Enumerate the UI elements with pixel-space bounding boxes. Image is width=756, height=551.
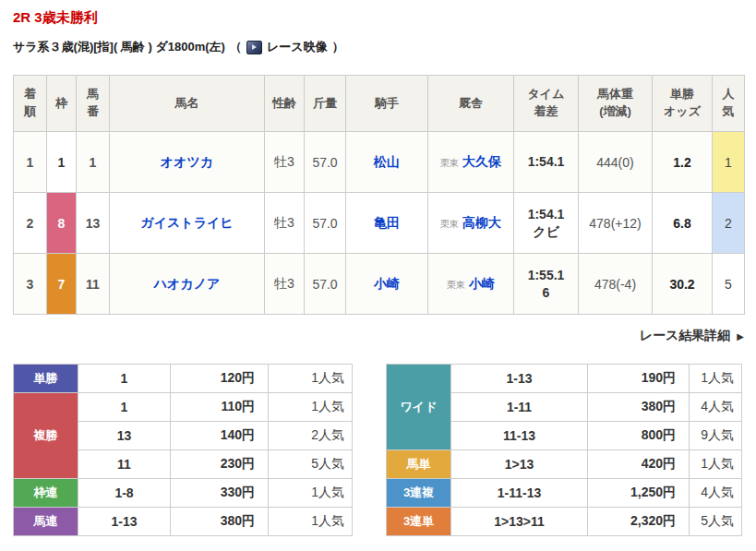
- header-weight: 斤量: [305, 76, 346, 132]
- header-time-margin: タイム着差: [514, 76, 579, 132]
- payout-amount: 140円: [171, 422, 269, 450]
- payout-combination: 1>13>11: [451, 508, 588, 536]
- body-weight-cell: 444(0): [579, 132, 653, 193]
- jockey-cell: 小崎: [346, 254, 428, 315]
- payout-combination: 1-13: [78, 508, 171, 536]
- payout-combination: 1-11-13: [451, 479, 588, 508]
- race-conditions-text: サラ系３歳(混)[指]( 馬齢 ) ダ1800m(左): [13, 39, 225, 55]
- payout-table-left: 単勝 1 120円 1人気 複勝 1 110円 1人気 13 140円 2人気 …: [13, 364, 353, 536]
- trainer-link[interactable]: 小崎: [469, 276, 495, 291]
- video-play-icon[interactable]: [246, 41, 262, 54]
- payout-amount: 330円: [171, 479, 269, 508]
- payout-amount: 380円: [171, 508, 269, 536]
- payout-amount: 380円: [588, 393, 690, 422]
- payout-row: 複勝 1 110円 1人気: [14, 393, 353, 422]
- body-weight-cell: 478(+12): [579, 193, 653, 254]
- payout-type-label: ワイド: [387, 365, 451, 450]
- payout-popularity: 1人気: [690, 450, 742, 479]
- frame-cell: 1: [47, 132, 77, 193]
- jockey-link[interactable]: 亀田: [374, 215, 400, 230]
- payout-type-label: 馬連: [14, 508, 78, 536]
- header-sex-age: 性齢: [265, 76, 305, 132]
- jockey-cell: 亀田: [346, 193, 428, 254]
- stable-cell: 栗東大久保: [428, 132, 514, 193]
- play-triangle-icon: [252, 44, 257, 50]
- weight-cell: 57.0: [305, 193, 346, 254]
- horse-name-link[interactable]: ハオカノア: [154, 276, 221, 291]
- detail-link-row: レース結果詳細 ▶: [13, 327, 744, 343]
- finish-position-cell: 3: [14, 254, 47, 315]
- jockey-cell: 松山: [346, 132, 428, 193]
- header-popularity: 人気: [713, 76, 745, 132]
- payout-row: ワイド 1-13 190円 1人気: [387, 365, 742, 393]
- payout-popularity: 1人気: [269, 508, 353, 536]
- jockey-link[interactable]: 小崎: [374, 276, 400, 291]
- race-result-detail-link[interactable]: レース結果詳細 ▶: [640, 328, 744, 344]
- body-weight-cell: 478(-4): [579, 254, 653, 315]
- payout-popularity: 1人気: [269, 365, 353, 393]
- payout-combination: 1-13: [451, 365, 588, 393]
- payout-section: 単勝 1 120円 1人気 複勝 1 110円 1人気 13 140円 2人気 …: [13, 364, 743, 536]
- region-label: 栗東: [447, 280, 465, 290]
- horse-name-link[interactable]: ガイストライヒ: [140, 215, 233, 230]
- payout-amount: 420円: [588, 450, 690, 479]
- stable-cell: 栗東高柳大: [428, 193, 514, 254]
- arrow-right-icon: ▶: [737, 331, 744, 341]
- time-margin-cell: 1:54.1クビ: [514, 193, 579, 254]
- page-title: 2R 3歳未勝利: [13, 9, 743, 27]
- header-horse-number: 馬番: [77, 76, 110, 132]
- payout-popularity: 5人気: [269, 450, 353, 479]
- horse-name-cell: ガイストライヒ: [110, 193, 265, 254]
- payout-type-label: 3連複: [387, 479, 451, 508]
- sex-age-cell: 牡3: [265, 132, 305, 193]
- odds-cell: 6.8: [653, 193, 713, 254]
- payout-row: 3連単 1>13>11 2,320円 5人気: [387, 508, 742, 536]
- horse-name-cell: ハオカノア: [110, 254, 265, 315]
- payout-popularity: 2人気: [269, 422, 353, 450]
- race-video-link[interactable]: レース映像: [267, 39, 328, 55]
- odds-cell: 1.2: [653, 132, 713, 193]
- paren-open: （: [230, 39, 242, 55]
- header-finish-position: 着順: [14, 76, 47, 132]
- weight-cell: 57.0: [305, 132, 346, 193]
- payout-popularity: 1人気: [269, 393, 353, 422]
- finish-position-cell: 1: [14, 132, 47, 193]
- payout-amount: 230円: [171, 450, 269, 479]
- popularity-cell: 1: [713, 132, 745, 193]
- payout-popularity: 1人気: [690, 365, 742, 393]
- payout-combination: 11: [78, 450, 171, 479]
- payout-row: 3連複 1-11-13 1,250円 4人気: [387, 479, 742, 508]
- payout-type-label: 単勝: [14, 365, 78, 393]
- payout-combination: 13: [78, 422, 171, 450]
- trainer-link[interactable]: 高柳大: [462, 215, 501, 230]
- payout-type-label: 3連単: [387, 508, 451, 536]
- payout-popularity: 9人気: [690, 422, 742, 450]
- sex-age-cell: 牡3: [265, 193, 305, 254]
- horse-number-cell: 13: [77, 193, 110, 254]
- payout-combination: 1: [78, 365, 171, 393]
- result-row: 2 8 13 ガイストライヒ 牡3 57.0 亀田 栗東高柳大 1:54.1クビ…: [14, 193, 745, 254]
- paren-close: ）: [331, 39, 343, 55]
- payout-amount: 1,250円: [588, 479, 690, 508]
- odds-cell: 30.2: [653, 254, 713, 315]
- payout-amount: 190円: [588, 365, 690, 393]
- payout-popularity: 4人気: [690, 393, 742, 422]
- stable-cell: 栗東小崎: [428, 254, 514, 315]
- payout-row: 枠連 1-8 330円 1人気: [14, 479, 353, 508]
- horse-number-cell: 11: [77, 254, 110, 315]
- payout-combination: 1: [78, 393, 171, 422]
- horse-name-link[interactable]: オオツカ: [161, 154, 213, 169]
- header-body-weight: 馬体重(増減): [579, 76, 653, 132]
- payout-popularity: 4人気: [690, 479, 742, 508]
- trainer-link[interactable]: 大久保: [462, 154, 501, 169]
- header-stable: 厩舎: [428, 76, 514, 132]
- payout-type-label: 枠連: [14, 479, 78, 508]
- payout-row: 馬単 1>13 420円 1人気: [387, 450, 742, 479]
- frame-cell: 7: [47, 254, 77, 315]
- payout-type-label: 馬単: [387, 450, 451, 479]
- popularity-cell: 5: [713, 254, 745, 315]
- result-row: 1 1 1 オオツカ 牡3 57.0 松山 栗東大久保 1:54.1 444(0…: [14, 132, 745, 193]
- region-label: 栗東: [440, 158, 459, 168]
- payout-popularity: 1人気: [269, 479, 353, 508]
- jockey-link[interactable]: 松山: [374, 154, 400, 169]
